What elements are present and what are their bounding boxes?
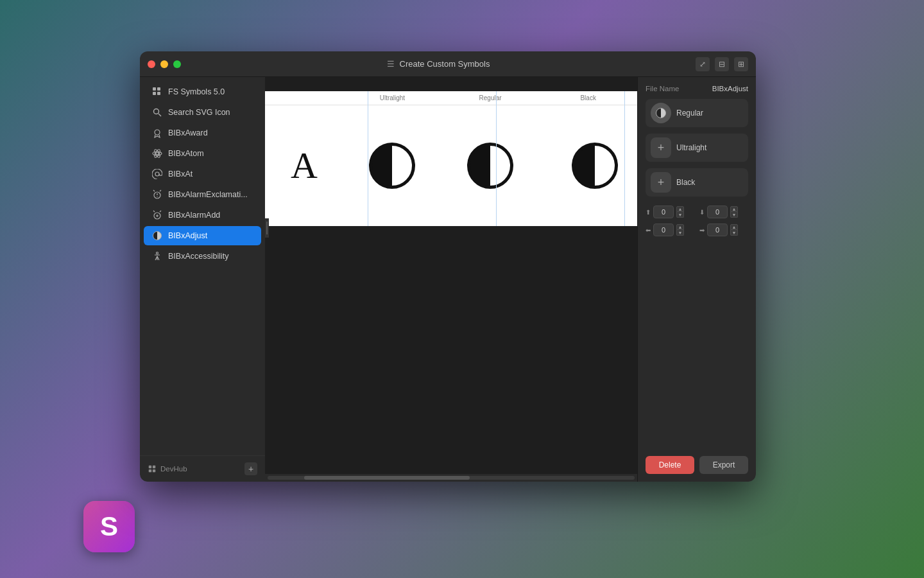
bottom-stepper-down[interactable]: ▼ [730, 212, 738, 218]
symbol-black-area [539, 105, 637, 226]
black-add-icon[interactable]: + [651, 172, 671, 193]
svg-line-5 [158, 114, 161, 116]
minimize-button[interactable] [160, 60, 168, 68]
app-icon-letter: S [100, 511, 118, 542]
export-button[interactable]: Export [699, 456, 748, 474]
sidebar-item-bibx-at[interactable]: BIBxAt [144, 164, 261, 184]
sidebar-toggle-icon: ☰ [387, 59, 395, 69]
app-icon[interactable]: S [83, 501, 135, 552]
devhub-icon [148, 464, 157, 473]
svg-point-14 [157, 252, 158, 254]
right-input-value[interactable]: 0 [707, 223, 728, 236]
titlebar: ☰ Create Custom Symbols ⤢ ⊟ ⊞ [140, 51, 756, 77]
left-stepper-down[interactable]: ▼ [676, 230, 684, 236]
ultralight-weight-label: Ultralight [676, 143, 706, 152]
sidebar-label-bibx-atom: BIBxAtom [168, 149, 204, 158]
sidebar-item-bibx-atom[interactable]: BIBxAtom [144, 144, 261, 163]
collapse-icon[interactable]: ⊟ [715, 57, 729, 71]
right-stepper: ▲ ▼ [730, 224, 738, 236]
symbol-regular-area [441, 105, 540, 226]
svg-point-7 [156, 152, 158, 155]
delete-button[interactable]: Delete [646, 456, 694, 474]
alarm-exclamation-icon [151, 189, 163, 200]
weight-item-ultralight[interactable]: + Ultralight [646, 134, 748, 162]
svg-rect-15 [149, 466, 151, 468]
number-inputs-grid: ⬆ 0 ▲ ▼ ⬇ 0 ▲ ▼ [646, 206, 748, 236]
right-stepper-down[interactable]: ▼ [730, 230, 738, 236]
sidebar-label-fs-symbols: FS Symbols 5.0 [168, 87, 225, 96]
svg-rect-0 [153, 87, 156, 91]
svg-rect-3 [157, 92, 160, 95]
sidebar-label-search-svg: Search SVG Icon [168, 108, 230, 117]
divider-1 [368, 91, 368, 226]
right-stepper-up[interactable]: ▲ [730, 224, 738, 230]
top-input-icon: ⬆ [646, 209, 651, 216]
sidebar-item-fs-symbols[interactable]: FS Symbols 5.0 [144, 82, 261, 101]
add-sidebar-item-button[interactable]: + [244, 462, 257, 475]
regular-weight-icon [651, 103, 671, 123]
main-window: ☰ Create Custom Symbols ⤢ ⊟ ⊞ FS Symbols… [140, 51, 756, 482]
svg-point-11 [155, 172, 159, 176]
divider-3 [624, 91, 625, 226]
left-input-value[interactable]: 0 [653, 223, 674, 236]
bottom-stepper: ▲ ▼ [730, 206, 738, 218]
left-stepper-up[interactable]: ▲ [676, 224, 684, 230]
sidebar-label-bibx-accessibility: BIBxAccessibility [168, 252, 228, 261]
black-half-circle-symbol [572, 143, 618, 189]
right-input-group: ➡ 0 ▲ ▼ [699, 223, 748, 236]
sidebar-item-bibx-alarm-add[interactable]: BIBxAlarmAdd [144, 206, 261, 225]
sidebar-item-bibx-alarm-exclamati[interactable]: BIBxAlarmExclamati... [144, 185, 261, 204]
scrollbar-thumb[interactable] [304, 476, 469, 480]
canvas-labels-row: Ultralight Regular Black [265, 91, 637, 105]
titlebar-title: ☰ Create Custom Symbols [186, 59, 690, 69]
sidebar-label-bibx-adjust: BIBxAdjust [168, 231, 207, 240]
alarm-add-icon [151, 209, 163, 221]
top-stepper-up[interactable]: ▲ [676, 206, 684, 212]
grid-icon[interactable]: ⊞ [734, 57, 748, 71]
black-label: Black [539, 94, 637, 101]
bottom-input-value[interactable]: 0 [707, 206, 728, 218]
ultralight-add-icon[interactable]: + [651, 137, 671, 158]
symbol-ultralight-area [343, 105, 441, 226]
regular-half-circle-symbol [467, 143, 513, 189]
left-stepper: ▲ ▼ [676, 224, 684, 236]
sidebar-item-bibx-adjust[interactable]: BIBxAdjust [144, 226, 261, 245]
right-input-icon: ➡ [699, 227, 705, 234]
ultralight-label: Ultralight [343, 94, 441, 101]
left-input-icon: ⬅ [646, 227, 651, 234]
top-stepper-down[interactable]: ▼ [676, 212, 684, 218]
sidebar-item-search-svg[interactable]: Search SVG Icon [144, 103, 261, 122]
horizontal-scrollbar[interactable] [265, 474, 637, 482]
expand-icon[interactable]: ⤢ [696, 57, 710, 71]
devhub-label-area: DevHub [148, 464, 187, 473]
weight-item-regular[interactable]: Regular [646, 99, 748, 127]
resize-handle[interactable] [265, 218, 269, 238]
maximize-button[interactable] [173, 60, 181, 68]
divider-2 [496, 91, 497, 226]
at-icon [151, 168, 163, 180]
accessibility-icon [151, 250, 163, 262]
grid-icon [151, 86, 163, 98]
close-button[interactable] [148, 60, 155, 68]
titlebar-actions: ⤢ ⊟ ⊞ [696, 57, 748, 71]
sidebar-item-bibx-accessibility[interactable]: BIBxAccessibility [144, 247, 261, 266]
weight-item-black[interactable]: + Black [646, 168, 748, 197]
top-input-value[interactable]: 0 [653, 206, 674, 218]
regular-weight-label: Regular [676, 109, 703, 118]
sidebar: FS Symbols 5.0 Search SVG Icon BIBxAward [140, 77, 265, 482]
canvas-area: Ultralight Regular Black A [265, 77, 637, 482]
sidebar-label-bibx-alarm-exclamati: BIBxAlarmExclamati... [168, 190, 248, 199]
sidebar-label-bibx-at: BIBxAt [168, 170, 193, 179]
symbol-letter-a-area: A [265, 105, 343, 226]
window-body: FS Symbols 5.0 Search SVG Icon BIBxAward [140, 77, 756, 482]
award-icon [151, 127, 163, 139]
scrollbar-track [268, 476, 635, 480]
bottom-stepper-up[interactable]: ▲ [730, 206, 738, 212]
file-name-label: File Name [646, 85, 679, 92]
sidebar-item-bibx-award[interactable]: BIBxAward [144, 123, 261, 143]
svg-rect-1 [157, 87, 160, 91]
black-weight-label: Black [676, 178, 695, 187]
canvas-white: Ultralight Regular Black A [265, 91, 637, 226]
svg-rect-16 [153, 466, 155, 468]
bottom-input-icon: ⬇ [699, 209, 705, 216]
